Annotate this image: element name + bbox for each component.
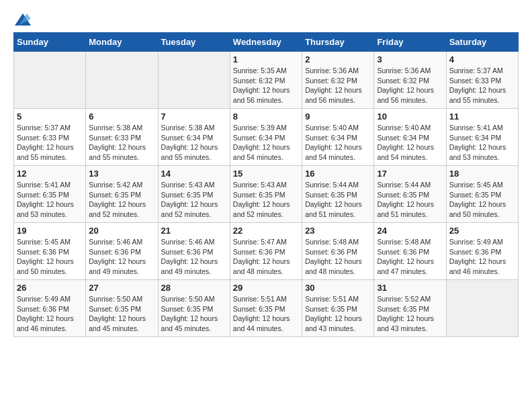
calendar-cell: 24Sunrise: 5:48 AMSunset: 6:36 PMDayligh… bbox=[374, 223, 446, 280]
day-info: Sunrise: 5:47 AMSunset: 6:36 PMDaylight:… bbox=[233, 237, 299, 277]
day-of-week-sunday: Sunday bbox=[14, 33, 86, 52]
calendar-cell: 6Sunrise: 5:38 AMSunset: 6:33 PMDaylight… bbox=[86, 109, 158, 166]
logo bbox=[13, 13, 31, 26]
logo-icon bbox=[15, 13, 31, 26]
day-info: Sunrise: 5:49 AMSunset: 6:36 PMDaylight:… bbox=[17, 294, 83, 334]
calendar-cell: 31Sunrise: 5:52 AMSunset: 6:35 PMDayligh… bbox=[374, 280, 446, 337]
calendar-cell: 3Sunrise: 5:36 AMSunset: 6:32 PMDaylight… bbox=[374, 52, 446, 109]
day-info: Sunrise: 5:50 AMSunset: 6:35 PMDaylight:… bbox=[161, 294, 227, 334]
day-info: Sunrise: 5:45 AMSunset: 6:36 PMDaylight:… bbox=[17, 237, 83, 277]
day-number: 31 bbox=[377, 283, 443, 293]
calendar-cell: 18Sunrise: 5:45 AMSunset: 6:35 PMDayligh… bbox=[446, 166, 518, 223]
day-number: 30 bbox=[305, 283, 371, 293]
day-number: 13 bbox=[89, 169, 154, 179]
calendar-cell: 17Sunrise: 5:44 AMSunset: 6:35 PMDayligh… bbox=[374, 166, 446, 223]
calendar-cell: 15Sunrise: 5:43 AMSunset: 6:35 PMDayligh… bbox=[230, 166, 302, 223]
day-number: 12 bbox=[17, 169, 83, 179]
day-info: Sunrise: 5:44 AMSunset: 6:35 PMDaylight:… bbox=[377, 180, 443, 220]
day-info: Sunrise: 5:41 AMSunset: 6:34 PMDaylight:… bbox=[449, 123, 515, 163]
calendar-cell: 23Sunrise: 5:48 AMSunset: 6:36 PMDayligh… bbox=[302, 223, 374, 280]
day-info: Sunrise: 5:42 AMSunset: 6:35 PMDaylight:… bbox=[89, 180, 154, 220]
calendar-cell: 21Sunrise: 5:46 AMSunset: 6:36 PMDayligh… bbox=[158, 223, 230, 280]
day-info: Sunrise: 5:35 AMSunset: 6:32 PMDaylight:… bbox=[233, 66, 299, 105]
day-number: 17 bbox=[377, 169, 443, 179]
calendar-cell: 19Sunrise: 5:45 AMSunset: 6:36 PMDayligh… bbox=[14, 223, 86, 280]
day-number: 22 bbox=[233, 226, 299, 236]
calendar-body: 1Sunrise: 5:35 AMSunset: 6:32 PMDaylight… bbox=[14, 52, 519, 337]
day-info: Sunrise: 5:45 AMSunset: 6:35 PMDaylight:… bbox=[449, 180, 515, 220]
day-of-week-friday: Friday bbox=[374, 33, 446, 52]
calendar-cell: 11Sunrise: 5:41 AMSunset: 6:34 PMDayligh… bbox=[446, 109, 518, 166]
calendar-cell bbox=[86, 52, 158, 109]
day-info: Sunrise: 5:43 AMSunset: 6:35 PMDaylight:… bbox=[161, 180, 227, 220]
calendar-cell: 29Sunrise: 5:51 AMSunset: 6:35 PMDayligh… bbox=[230, 280, 302, 337]
day-of-week-tuesday: Tuesday bbox=[158, 33, 230, 52]
calendar-cell bbox=[158, 52, 230, 109]
calendar-cell: 9Sunrise: 5:40 AMSunset: 6:34 PMDaylight… bbox=[302, 109, 374, 166]
day-number: 14 bbox=[161, 169, 227, 179]
day-info: Sunrise: 5:40 AMSunset: 6:34 PMDaylight:… bbox=[377, 123, 443, 163]
calendar-header: SundayMondayTuesdayWednesdayThursdayFrid… bbox=[14, 33, 519, 52]
day-info: Sunrise: 5:46 AMSunset: 6:36 PMDaylight:… bbox=[89, 237, 154, 277]
day-number: 24 bbox=[377, 226, 443, 236]
day-number: 11 bbox=[449, 111, 515, 122]
calendar-cell: 28Sunrise: 5:50 AMSunset: 6:35 PMDayligh… bbox=[158, 280, 230, 337]
day-number: 9 bbox=[305, 111, 371, 122]
day-info: Sunrise: 5:43 AMSunset: 6:35 PMDaylight:… bbox=[233, 180, 299, 220]
day-number: 26 bbox=[17, 283, 83, 293]
day-number: 27 bbox=[89, 283, 154, 293]
day-info: Sunrise: 5:46 AMSunset: 6:36 PMDaylight:… bbox=[161, 237, 227, 277]
day-info: Sunrise: 5:48 AMSunset: 6:36 PMDaylight:… bbox=[305, 237, 371, 277]
calendar-cell: 16Sunrise: 5:44 AMSunset: 6:35 PMDayligh… bbox=[302, 166, 374, 223]
day-number: 18 bbox=[449, 169, 515, 179]
day-info: Sunrise: 5:48 AMSunset: 6:36 PMDaylight:… bbox=[377, 237, 443, 277]
calendar-cell: 1Sunrise: 5:35 AMSunset: 6:32 PMDaylight… bbox=[230, 52, 302, 109]
day-info: Sunrise: 5:39 AMSunset: 6:34 PMDaylight:… bbox=[233, 123, 299, 163]
calendar-cell: 10Sunrise: 5:40 AMSunset: 6:34 PMDayligh… bbox=[374, 109, 446, 166]
day-number: 28 bbox=[161, 283, 227, 293]
day-info: Sunrise: 5:37 AMSunset: 6:33 PMDaylight:… bbox=[449, 66, 515, 105]
day-info: Sunrise: 5:36 AMSunset: 6:32 PMDaylight:… bbox=[377, 66, 443, 105]
week-row-1: 1Sunrise: 5:35 AMSunset: 6:32 PMDaylight… bbox=[14, 52, 519, 109]
calendar-cell bbox=[446, 280, 518, 337]
day-number: 21 bbox=[161, 226, 227, 236]
day-info: Sunrise: 5:52 AMSunset: 6:35 PMDaylight:… bbox=[377, 294, 443, 334]
day-number: 4 bbox=[449, 54, 515, 64]
day-number: 8 bbox=[233, 111, 299, 122]
day-number: 29 bbox=[233, 283, 299, 293]
day-of-week-saturday: Saturday bbox=[446, 33, 518, 52]
calendar-cell: 30Sunrise: 5:51 AMSunset: 6:35 PMDayligh… bbox=[302, 280, 374, 337]
calendar-cell: 25Sunrise: 5:49 AMSunset: 6:36 PMDayligh… bbox=[446, 223, 518, 280]
day-number: 19 bbox=[17, 226, 83, 236]
calendar-cell: 12Sunrise: 5:41 AMSunset: 6:35 PMDayligh… bbox=[14, 166, 86, 223]
calendar-cell: 2Sunrise: 5:36 AMSunset: 6:32 PMDaylight… bbox=[302, 52, 374, 109]
week-row-2: 5Sunrise: 5:37 AMSunset: 6:33 PMDaylight… bbox=[14, 109, 519, 166]
calendar-cell: 4Sunrise: 5:37 AMSunset: 6:33 PMDaylight… bbox=[446, 52, 518, 109]
days-of-week-row: SundayMondayTuesdayWednesdayThursdayFrid… bbox=[14, 33, 519, 52]
calendar-cell: 27Sunrise: 5:50 AMSunset: 6:35 PMDayligh… bbox=[86, 280, 158, 337]
day-of-week-wednesday: Wednesday bbox=[230, 33, 302, 52]
day-number: 7 bbox=[161, 111, 227, 122]
day-info: Sunrise: 5:40 AMSunset: 6:34 PMDaylight:… bbox=[305, 123, 371, 163]
day-info: Sunrise: 5:44 AMSunset: 6:35 PMDaylight:… bbox=[305, 180, 371, 220]
day-info: Sunrise: 5:51 AMSunset: 6:35 PMDaylight:… bbox=[305, 294, 371, 334]
day-number: 15 bbox=[233, 169, 299, 179]
day-number: 5 bbox=[17, 111, 83, 122]
day-info: Sunrise: 5:37 AMSunset: 6:33 PMDaylight:… bbox=[17, 123, 83, 163]
calendar-cell: 26Sunrise: 5:49 AMSunset: 6:36 PMDayligh… bbox=[14, 280, 86, 337]
calendar-cell: 5Sunrise: 5:37 AMSunset: 6:33 PMDaylight… bbox=[14, 109, 86, 166]
day-info: Sunrise: 5:51 AMSunset: 6:35 PMDaylight:… bbox=[233, 294, 299, 334]
day-number: 20 bbox=[89, 226, 154, 236]
day-number: 16 bbox=[305, 169, 371, 179]
day-of-week-monday: Monday bbox=[86, 33, 158, 52]
calendar-cell: 13Sunrise: 5:42 AMSunset: 6:35 PMDayligh… bbox=[86, 166, 158, 223]
day-number: 3 bbox=[377, 54, 443, 64]
day-info: Sunrise: 5:50 AMSunset: 6:35 PMDaylight:… bbox=[89, 294, 154, 334]
day-info: Sunrise: 5:41 AMSunset: 6:35 PMDaylight:… bbox=[17, 180, 83, 220]
calendar-table: SundayMondayTuesdayWednesdayThursdayFrid… bbox=[13, 32, 519, 337]
page-header bbox=[13, 13, 519, 26]
calendar-cell: 20Sunrise: 5:46 AMSunset: 6:36 PMDayligh… bbox=[86, 223, 158, 280]
calendar-cell bbox=[14, 52, 86, 109]
calendar-cell: 8Sunrise: 5:39 AMSunset: 6:34 PMDaylight… bbox=[230, 109, 302, 166]
day-number: 23 bbox=[305, 226, 371, 236]
